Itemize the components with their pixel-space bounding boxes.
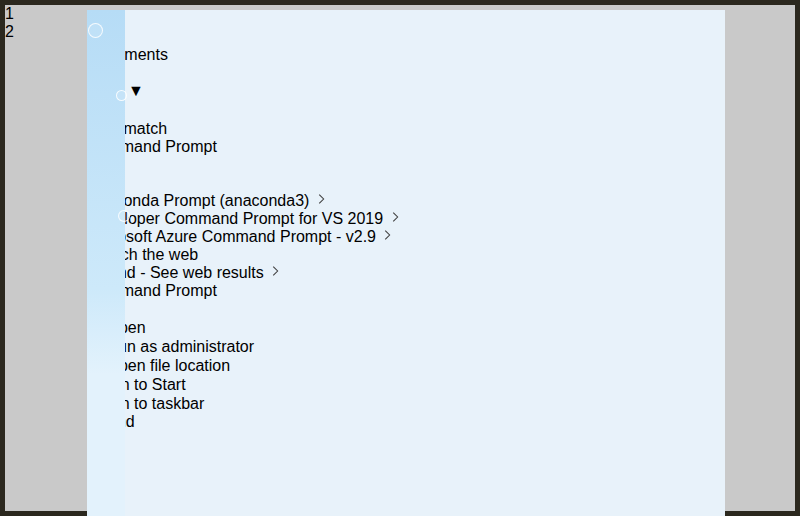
photoshop-button[interactable]: Ps xyxy=(87,488,725,506)
preview-app-title[interactable]: Command Prompt xyxy=(87,282,725,300)
search-bar-actions: … xyxy=(87,100,725,120)
action-open-file-location[interactable]: Open file location xyxy=(87,356,725,375)
tab-web[interactable]: Web xyxy=(87,64,725,82)
illustrator-button[interactable]: Ai xyxy=(87,506,725,516)
chevron-right-icon xyxy=(380,228,394,245)
action-run-as-administrator[interactable]: Run as administrator xyxy=(87,337,725,356)
action-pin-to-start[interactable]: Pin to Start xyxy=(87,375,725,394)
tab-apps[interactable]: Apps xyxy=(87,28,725,46)
action-label: Run as administrator xyxy=(106,338,254,355)
result-label: Microsoft Azure Command Prompt - v2.9 xyxy=(87,228,376,245)
windows-search-flyout: All Apps Documents Web More ▼ xyxy=(87,10,725,413)
chevron-right-icon xyxy=(388,210,402,227)
result-web-search[interactable]: cmd - See web results xyxy=(87,264,725,282)
preview-panel: Command Prompt App Open xyxy=(87,282,725,413)
search-panels: Best match Command Prompt App Apps Anaco xyxy=(87,120,725,413)
action-open[interactable]: Open xyxy=(87,318,725,337)
task-view-button[interactable] xyxy=(87,431,725,451)
result-anaconda-prompt[interactable]: Anaconda Prompt (anaconda3) xyxy=(87,192,725,210)
line-app-button[interactable]: LINE xyxy=(87,451,725,469)
apps-section-header: Apps xyxy=(87,174,725,192)
taskbar: cmd LINE ✂ Ps xyxy=(87,413,725,516)
tab-more[interactable]: More ▼ xyxy=(87,82,725,100)
search-filter-bar: All Apps Documents Web More ▼ xyxy=(87,10,725,120)
tab-all[interactable]: All xyxy=(87,10,725,28)
screenshot-frame: All Apps Documents Web More ▼ xyxy=(0,0,800,516)
best-match-text: Command Prompt App xyxy=(87,138,725,174)
wallpaper-bubble xyxy=(88,23,103,38)
web-section-header: Search the web xyxy=(87,246,725,264)
chevron-right-icon xyxy=(314,192,328,209)
desktop-wallpaper xyxy=(87,10,125,516)
results-panel: Best match Command Prompt App Apps Anaco xyxy=(87,120,725,282)
web-hint: - See web results xyxy=(140,264,264,281)
taskbar-search-box[interactable]: cmd xyxy=(87,413,725,431)
wallpaper-wooden-dock xyxy=(87,360,125,407)
best-match-header: Best match xyxy=(87,120,725,138)
wallpaper-bubble xyxy=(116,90,127,101)
taskbar-icons: LINE ✂ Ps Ai xyxy=(87,431,725,516)
gray-backdrop: All Apps Documents Web More ▼ xyxy=(5,5,795,511)
result-label: Developer Command Prompt for VS 2019 xyxy=(87,210,383,227)
wallpaper-bubble xyxy=(118,210,130,222)
chevron-down-icon: ▼ xyxy=(128,82,144,99)
result-azure-command-prompt[interactable]: Microsoft Azure Command Prompt - v2.9 xyxy=(87,228,725,246)
snipping-tool-button[interactable]: ✂ xyxy=(87,469,725,488)
chevron-right-icon xyxy=(268,264,282,281)
preview-app-subtitle: App xyxy=(87,300,725,318)
tab-documents[interactable]: Documents xyxy=(87,46,725,64)
action-pin-to-taskbar[interactable]: Pin to taskbar xyxy=(87,394,725,413)
result-developer-command-prompt[interactable]: Developer Command Prompt for VS 2019 xyxy=(87,210,725,228)
windows-screen: All Apps Documents Web More ▼ xyxy=(87,10,725,516)
best-match-subtitle: App xyxy=(87,156,725,174)
best-match-result[interactable]: Command Prompt App xyxy=(87,138,725,174)
best-match-title: Command Prompt xyxy=(87,138,725,156)
